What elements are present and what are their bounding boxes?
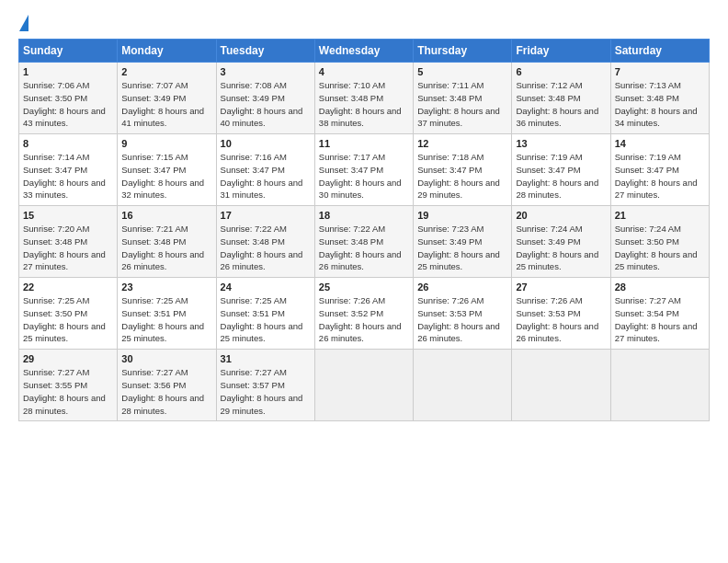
weekday-header-wednesday: Wednesday bbox=[314, 40, 413, 63]
day-detail: Sunrise: 7:24 AMSunset: 3:50 PMDaylight:… bbox=[615, 224, 698, 271]
day-number: 25 bbox=[319, 282, 409, 293]
day-detail: Sunrise: 7:27 AMSunset: 3:55 PMDaylight:… bbox=[23, 367, 106, 415]
calendar-cell: 7Sunrise: 7:13 AMSunset: 3:48 PMDaylight… bbox=[610, 63, 709, 134]
day-number: 24 bbox=[221, 282, 311, 293]
day-number: 5 bbox=[417, 66, 507, 77]
weekday-header-monday: Monday bbox=[118, 40, 216, 63]
day-number: 20 bbox=[516, 210, 606, 221]
calendar-cell: 22Sunrise: 7:25 AMSunset: 3:50 PMDayligh… bbox=[19, 278, 118, 350]
calendar-week-row: 15Sunrise: 7:20 AMSunset: 3:48 PMDayligh… bbox=[19, 206, 710, 278]
day-detail: Sunrise: 7:22 AMSunset: 3:48 PMDaylight:… bbox=[319, 224, 402, 271]
calendar-cell: 24Sunrise: 7:25 AMSunset: 3:51 PMDayligh… bbox=[216, 278, 314, 350]
page: SundayMondayTuesdayWednesdayThursdayFrid… bbox=[0, 0, 728, 563]
calendar-cell: 11Sunrise: 7:17 AMSunset: 3:47 PMDayligh… bbox=[314, 134, 413, 206]
day-detail: Sunrise: 7:25 AMSunset: 3:50 PMDaylight:… bbox=[23, 295, 106, 343]
day-detail: Sunrise: 7:15 AMSunset: 3:47 PMDaylight:… bbox=[121, 152, 204, 200]
calendar-cell: 27Sunrise: 7:26 AMSunset: 3:53 PMDayligh… bbox=[512, 278, 610, 350]
calendar-cell: 29Sunrise: 7:27 AMSunset: 3:55 PMDayligh… bbox=[19, 350, 118, 421]
day-number: 11 bbox=[319, 138, 409, 149]
day-number: 21 bbox=[615, 210, 705, 221]
logo bbox=[18, 15, 28, 33]
weekday-header-thursday: Thursday bbox=[414, 40, 512, 63]
logo-triangle-icon bbox=[19, 15, 28, 31]
calendar-cell bbox=[610, 350, 709, 421]
day-number: 13 bbox=[516, 138, 606, 149]
calendar-cell: 6Sunrise: 7:12 AMSunset: 3:48 PMDaylight… bbox=[512, 63, 610, 134]
day-detail: Sunrise: 7:26 AMSunset: 3:52 PMDaylight:… bbox=[319, 295, 402, 343]
logo-text bbox=[18, 15, 28, 33]
day-detail: Sunrise: 7:16 AMSunset: 3:47 PMDaylight:… bbox=[221, 152, 303, 200]
calendar-cell: 2Sunrise: 7:07 AMSunset: 3:49 PMDaylight… bbox=[118, 63, 216, 134]
calendar-cell: 18Sunrise: 7:22 AMSunset: 3:48 PMDayligh… bbox=[314, 206, 413, 278]
calendar-cell: 15Sunrise: 7:20 AMSunset: 3:48 PMDayligh… bbox=[19, 206, 118, 278]
calendar-cell: 30Sunrise: 7:27 AMSunset: 3:56 PMDayligh… bbox=[118, 350, 216, 421]
day-number: 17 bbox=[221, 210, 311, 221]
day-number: 4 bbox=[319, 66, 409, 77]
calendar-cell: 31Sunrise: 7:27 AMSunset: 3:57 PMDayligh… bbox=[216, 350, 314, 421]
calendar-cell: 21Sunrise: 7:24 AMSunset: 3:50 PMDayligh… bbox=[610, 206, 709, 278]
day-detail: Sunrise: 7:08 AMSunset: 3:49 PMDaylight:… bbox=[221, 80, 303, 128]
day-detail: Sunrise: 7:22 AMSunset: 3:48 PMDaylight:… bbox=[221, 224, 303, 271]
day-detail: Sunrise: 7:25 AMSunset: 3:51 PMDaylight:… bbox=[121, 295, 204, 343]
calendar-cell: 3Sunrise: 7:08 AMSunset: 3:49 PMDaylight… bbox=[216, 63, 314, 134]
day-number: 15 bbox=[23, 210, 113, 221]
day-detail: Sunrise: 7:18 AMSunset: 3:47 PMDaylight:… bbox=[417, 152, 500, 200]
day-number: 31 bbox=[221, 353, 311, 364]
calendar-cell: 19Sunrise: 7:23 AMSunset: 3:49 PMDayligh… bbox=[414, 206, 512, 278]
day-number: 29 bbox=[23, 353, 113, 364]
day-number: 2 bbox=[121, 66, 211, 77]
day-detail: Sunrise: 7:19 AMSunset: 3:47 PMDaylight:… bbox=[516, 152, 598, 200]
calendar-cell: 9Sunrise: 7:15 AMSunset: 3:47 PMDaylight… bbox=[118, 134, 216, 206]
calendar-table: SundayMondayTuesdayWednesdayThursdayFrid… bbox=[18, 39, 710, 421]
day-detail: Sunrise: 7:19 AMSunset: 3:47 PMDaylight:… bbox=[615, 152, 698, 200]
day-detail: Sunrise: 7:21 AMSunset: 3:48 PMDaylight:… bbox=[121, 224, 204, 271]
day-detail: Sunrise: 7:13 AMSunset: 3:48 PMDaylight:… bbox=[615, 80, 698, 128]
calendar-cell: 26Sunrise: 7:26 AMSunset: 3:53 PMDayligh… bbox=[414, 278, 512, 350]
calendar-cell: 12Sunrise: 7:18 AMSunset: 3:47 PMDayligh… bbox=[414, 134, 512, 206]
day-number: 16 bbox=[121, 210, 211, 221]
day-detail: Sunrise: 7:20 AMSunset: 3:48 PMDaylight:… bbox=[23, 224, 106, 271]
day-number: 9 bbox=[121, 138, 211, 149]
weekday-header-friday: Friday bbox=[512, 40, 610, 63]
day-number: 12 bbox=[417, 138, 507, 149]
day-detail: Sunrise: 7:10 AMSunset: 3:48 PMDaylight:… bbox=[319, 80, 402, 128]
day-detail: Sunrise: 7:12 AMSunset: 3:48 PMDaylight:… bbox=[516, 80, 598, 128]
calendar-cell: 14Sunrise: 7:19 AMSunset: 3:47 PMDayligh… bbox=[610, 134, 709, 206]
calendar-cell bbox=[512, 350, 610, 421]
header bbox=[18, 15, 710, 33]
day-number: 14 bbox=[615, 138, 705, 149]
day-detail: Sunrise: 7:14 AMSunset: 3:47 PMDaylight:… bbox=[23, 152, 106, 200]
day-number: 3 bbox=[221, 66, 311, 77]
day-number: 23 bbox=[121, 282, 211, 293]
calendar-cell: 13Sunrise: 7:19 AMSunset: 3:47 PMDayligh… bbox=[512, 134, 610, 206]
day-number: 18 bbox=[319, 210, 409, 221]
calendar-week-row: 29Sunrise: 7:27 AMSunset: 3:55 PMDayligh… bbox=[19, 350, 710, 421]
calendar-cell bbox=[314, 350, 413, 421]
day-number: 28 bbox=[615, 282, 705, 293]
day-number: 1 bbox=[23, 66, 113, 77]
day-detail: Sunrise: 7:07 AMSunset: 3:49 PMDaylight:… bbox=[121, 80, 204, 128]
calendar-cell: 10Sunrise: 7:16 AMSunset: 3:47 PMDayligh… bbox=[216, 134, 314, 206]
day-detail: Sunrise: 7:24 AMSunset: 3:49 PMDaylight:… bbox=[516, 224, 598, 271]
day-detail: Sunrise: 7:26 AMSunset: 3:53 PMDaylight:… bbox=[417, 295, 500, 343]
day-detail: Sunrise: 7:27 AMSunset: 3:57 PMDaylight:… bbox=[221, 367, 303, 415]
day-detail: Sunrise: 7:11 AMSunset: 3:48 PMDaylight:… bbox=[417, 80, 500, 128]
day-number: 8 bbox=[23, 138, 113, 149]
day-detail: Sunrise: 7:06 AMSunset: 3:50 PMDaylight:… bbox=[23, 80, 106, 128]
day-number: 7 bbox=[615, 66, 705, 77]
day-number: 6 bbox=[516, 66, 606, 77]
calendar-week-row: 22Sunrise: 7:25 AMSunset: 3:50 PMDayligh… bbox=[19, 278, 710, 350]
weekday-header-sunday: Sunday bbox=[19, 40, 118, 63]
calendar-cell: 4Sunrise: 7:10 AMSunset: 3:48 PMDaylight… bbox=[314, 63, 413, 134]
day-number: 19 bbox=[417, 210, 507, 221]
day-number: 10 bbox=[221, 138, 311, 149]
day-number: 27 bbox=[516, 282, 606, 293]
day-number: 26 bbox=[417, 282, 507, 293]
calendar-cell: 17Sunrise: 7:22 AMSunset: 3:48 PMDayligh… bbox=[216, 206, 314, 278]
calendar-cell: 5Sunrise: 7:11 AMSunset: 3:48 PMDaylight… bbox=[414, 63, 512, 134]
weekday-header-row: SundayMondayTuesdayWednesdayThursdayFrid… bbox=[19, 40, 710, 63]
day-detail: Sunrise: 7:17 AMSunset: 3:47 PMDaylight:… bbox=[319, 152, 402, 200]
day-detail: Sunrise: 7:25 AMSunset: 3:51 PMDaylight:… bbox=[221, 295, 303, 343]
day-number: 22 bbox=[23, 282, 113, 293]
day-detail: Sunrise: 7:27 AMSunset: 3:56 PMDaylight:… bbox=[121, 367, 204, 415]
